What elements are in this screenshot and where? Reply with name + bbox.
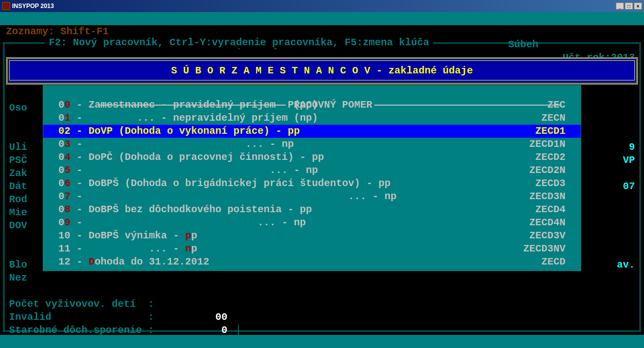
- bg-label-rod: Rod: [9, 193, 27, 206]
- bg-label-dat: Dát: [9, 180, 27, 193]
- bg-label-psc: PSČ: [9, 154, 27, 167]
- row-pension: Starobné dôch.sporenie : . │ MM.RRRR 1.p…: [0, 311, 644, 324]
- bg-val-dat: 07: [623, 180, 635, 193]
- bg-label-mie: Mie: [9, 206, 27, 219]
- dropdown-item-10[interactable]: 10 - DoBPŠ výnimka - ppZECD3V: [43, 229, 581, 242]
- dropdown-item-12[interactable]: 12 - Dohoda do 31.12.2012ZECD: [43, 255, 581, 269]
- row-invalid: Invalid : 0 │ 0- nie je, 1- čiast, 2- ce…: [0, 298, 644, 311]
- dropdown-item-03[interactable]: 03 - ... - npZECD1N: [43, 138, 581, 151]
- status-subeh: Súbeh: [508, 38, 538, 51]
- bg-label-dov: DOV: [9, 219, 27, 232]
- bg-label-oso: Oso: [9, 102, 27, 115]
- bg-label-uli: Uli: [9, 141, 27, 154]
- top-help-bar: Zoznamy: Shift-F1 Číslo položky: 3 Voľný…: [0, 12, 644, 25]
- bg-val-uli: 9: [629, 141, 635, 154]
- dropdown-item-08[interactable]: 08 - DoBPŠ bez dôchodkového poistenia - …: [43, 203, 581, 216]
- row-children: Počet vyživovov. detí : 00 │ daňový bonu…: [0, 285, 644, 298]
- dropdown-item-07[interactable]: 07 - ... - npZECD3N: [43, 190, 581, 203]
- help-mid-label: Číslo položky:: [201, 38, 286, 51]
- bg-label-nez: Nez: [9, 272, 27, 285]
- bg-label-zak: Zak: [9, 167, 27, 180]
- dropdown-item-05[interactable]: 05 - ... - npZECD2N: [43, 164, 581, 177]
- maximize-button[interactable]: □: [625, 3, 633, 10]
- dropdown-item-02[interactable]: 02 - DoVP (Dohoda o vykonaní práce) - pp…: [43, 125, 581, 138]
- title-banner-text: S Ú B O R Z A M E S T N A N C O V - zakl…: [9, 60, 635, 80]
- bottom-help-bar: F8 : pracovný pomer F9 : kategória: [0, 335, 644, 348]
- minimize-button[interactable]: _: [616, 3, 624, 10]
- bg-label-blo: Blo: [9, 258, 27, 272]
- app-icon: [2, 2, 10, 10]
- dropdown-item-09[interactable]: 09 - ... - npZECD4N: [43, 216, 581, 229]
- bg-val-psc: VP: [623, 154, 635, 167]
- title-banner: S Ú B O R Z A M E S T N A N C O V - zakl…: [6, 57, 638, 84]
- close-button[interactable]: ×: [634, 3, 642, 10]
- window-titlebar: INSYPOP 2013 _ □ ×: [0, 0, 644, 12]
- terminal-screen: Zoznamy: Shift-F1 Číslo položky: 3 Voľný…: [0, 12, 644, 348]
- dropdown-pracovny-pomer: PRACOVNÝ POMER 00 - Zamestnanec - pravid…: [43, 85, 581, 271]
- dropdown-item-01[interactable]: 01 - ... - nepravidelný príjem (np)ZECN: [43, 112, 581, 125]
- window-title: INSYPOP 2013: [12, 3, 54, 10]
- dropdown-item-04[interactable]: 04 - DoPČ (Dohoda o pracovnej činnosti) …: [43, 151, 581, 164]
- dropdown-title: PRACOVNÝ POMER: [43, 85, 581, 99]
- bg-val-blo: av.: [617, 258, 635, 272]
- status-line: Súbeh Učt.rok:2013: [0, 25, 644, 38]
- dropdown-item-11[interactable]: 11 - ... - npZECD3NV: [43, 242, 581, 255]
- dropdown-item-06[interactable]: 06 - DoBPŠ (Dohoda o brigádnickej práci …: [43, 177, 581, 190]
- dropdown-item-00[interactable]: 00 - Zamestnanec - pravidelný príjem (pp…: [43, 99, 581, 112]
